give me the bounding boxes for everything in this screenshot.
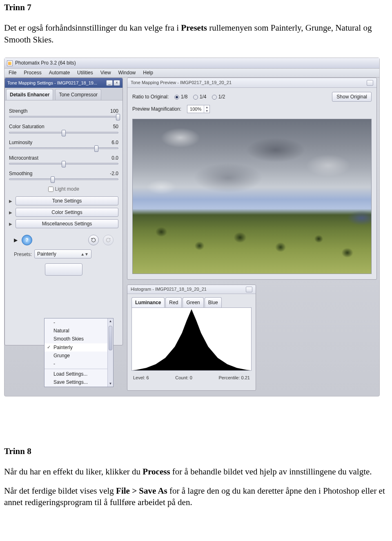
- light-mode-label: Light mode: [55, 186, 79, 192]
- preview-restore-icon[interactable]: [367, 80, 373, 86]
- preset-option-sep[interactable]: -: [45, 318, 113, 327]
- expand-icon[interactable]: ▶: [9, 210, 12, 216]
- menu-item-help[interactable]: Help: [143, 69, 153, 76]
- menu-item-utilities[interactable]: Utilities: [77, 69, 93, 76]
- expander-misc: ▶ Miscellaneous Settings: [9, 219, 118, 228]
- slider-thumb[interactable]: [51, 176, 55, 183]
- slider-track[interactable]: [9, 132, 118, 134]
- step7-heading: Trinn 7: [4, 2, 388, 13]
- expander-tone: ▶ Tone Settings: [9, 196, 118, 205]
- bold-text: File > Save As: [116, 486, 167, 496]
- show-original-button[interactable]: Show Original: [332, 92, 372, 102]
- menu-item-automate[interactable]: Automate: [49, 69, 70, 76]
- preset-option-grunge[interactable]: Grunge: [45, 352, 113, 360]
- preview-title-text: Tone Mapping Preview - IMGP0217_18_19_20…: [131, 80, 232, 86]
- slider-track[interactable]: [9, 116, 118, 118]
- menu-item-process[interactable]: Process: [24, 69, 41, 76]
- count-value: 0: [190, 375, 192, 380]
- preset-option-smooth-skies[interactable]: Smooth Skies: [45, 335, 113, 343]
- settings-body: Strength 100 Color Saturation 50 Luminos…: [5, 100, 122, 283]
- slider-label: Color Saturation: [9, 123, 45, 130]
- app-window: Photomatix Pro 3.2 (64 bits) File Proces…: [4, 58, 380, 396]
- histogram-tab-red[interactable]: Red: [165, 297, 182, 307]
- slider-track[interactable]: [9, 178, 118, 180]
- presets-dropdown[interactable]: Painterly ▲▼: [34, 249, 91, 258]
- help-icon[interactable]: ?: [22, 235, 32, 245]
- tone-settings-button[interactable]: Tone Settings: [16, 196, 118, 205]
- menu-item-window[interactable]: Window: [118, 69, 136, 76]
- expand-icon[interactable]: ▶: [9, 221, 12, 227]
- slider-value: -2.0: [110, 170, 118, 177]
- preset-option-natural[interactable]: Natural: [45, 327, 113, 335]
- slider-label: Strength: [9, 108, 27, 114]
- histogram-shape: [132, 308, 251, 370]
- scroll-thumb[interactable]: [109, 326, 112, 350]
- menu-bar: File Process Automate Utilities View Win…: [4, 69, 379, 78]
- menu-item-view[interactable]: View: [100, 69, 111, 76]
- histogram-close-icon[interactable]: [246, 287, 252, 292]
- color-settings-button[interactable]: Color Settings: [16, 208, 118, 217]
- ratio-1-4-label: 1/4: [200, 94, 207, 100]
- redo-icon[interactable]: [103, 235, 114, 245]
- ratio-1-2[interactable]: [212, 95, 217, 100]
- slider-thumb[interactable]: [94, 145, 98, 152]
- histogram-tab-luminance[interactable]: Luminance: [131, 297, 165, 307]
- preview-controls: Ratio to Original: 1/8 1/4 1/2 Show Orig…: [127, 88, 376, 116]
- close-icon[interactable]: ×: [114, 80, 120, 86]
- step7-paragraph: Det er også forhåndsinnstillinger du kan…: [4, 22, 388, 45]
- histogram-panel: Histogram - IMGP0217_18_19_20_21 Luminan…: [127, 285, 256, 391]
- slider-color-saturation: Color Saturation 50: [9, 123, 118, 133]
- bold-text: Presets: [181, 23, 207, 33]
- expand-icon[interactable]: ▶: [14, 237, 18, 243]
- magnification-spinner[interactable]: 100% ▲▼: [187, 105, 210, 113]
- ratio-1-8[interactable]: [174, 95, 179, 100]
- histogram-canvas: [131, 307, 252, 371]
- spinner-up-icon[interactable]: ▲: [204, 105, 209, 109]
- ratio-1-8-label: 1/8: [181, 94, 188, 100]
- step8-heading: Trinn 8: [4, 445, 388, 457]
- level-value: 6: [146, 375, 149, 380]
- slider-track[interactable]: [9, 147, 118, 149]
- menu-item-file[interactable]: File: [9, 69, 16, 76]
- histogram-tab-green[interactable]: Green: [183, 297, 203, 307]
- slider-thumb[interactable]: [116, 114, 120, 120]
- slider-smoothing: Smoothing -2.0: [9, 170, 118, 180]
- window-titlebar: Photomatix Pro 3.2 (64 bits): [4, 58, 379, 69]
- settings-panel-title-text: Tone Mapping Settings - IMGP0217_18_19..…: [7, 80, 97, 86]
- count-label: Count:: [175, 375, 188, 380]
- histogram-tab-blue[interactable]: Blue: [205, 297, 222, 307]
- preview-panel: Tone Mapping Preview - IMGP0217_18_19_20…: [127, 78, 377, 280]
- undo-icon[interactable]: [88, 235, 99, 245]
- percentile-label: Percentile:: [219, 375, 240, 380]
- misc-settings-button[interactable]: Miscellaneous Settings: [16, 219, 118, 228]
- slider-thumb[interactable]: [62, 130, 66, 136]
- magnification-label: Preview Magnification:: [132, 106, 181, 112]
- scroll-up-icon[interactable]: ▲: [108, 318, 113, 324]
- slider-value: 6.0: [111, 139, 118, 146]
- dropdown-arrow-icon: ▲▼: [80, 252, 89, 257]
- slider-thumb[interactable]: [62, 161, 66, 167]
- preset-option-load[interactable]: Load Settings...: [45, 369, 113, 378]
- slider-microcontrast: Microcontrast 0.0: [9, 155, 118, 165]
- ratio-1-4[interactable]: [193, 95, 198, 100]
- step8-paragraph1: Når du har en effekt du liker, klikker d…: [4, 466, 388, 477]
- preset-option-sep2[interactable]: -: [45, 360, 113, 368]
- preset-option-save[interactable]: Save Settings...: [45, 378, 113, 386]
- magnification-value: 100%: [187, 106, 204, 112]
- settings-panel: Tone Mapping Settings - IMGP0217_18_19..…: [4, 78, 123, 345]
- presets-label: Presets:: [14, 249, 32, 258]
- slider-strength: Strength 100: [9, 108, 118, 118]
- tab-tone-compressor[interactable]: Tone Compressor: [55, 89, 101, 100]
- expand-icon[interactable]: ▶: [9, 198, 12, 204]
- preset-option-painterly[interactable]: Painterly: [45, 343, 113, 352]
- dropdown-scrollbar[interactable]: ▲ ▼: [107, 318, 113, 387]
- minimize-icon[interactable]: _: [106, 80, 113, 86]
- presets-dropdown-menu: - Natural Smooth Skies Painterly Grunge …: [44, 318, 114, 387]
- spinner-down-icon[interactable]: ▼: [204, 109, 209, 113]
- slider-track[interactable]: [9, 163, 118, 165]
- scroll-down-icon[interactable]: ▼: [108, 381, 113, 387]
- light-mode-checkbox[interactable]: [48, 187, 53, 192]
- tab-details-enhancer[interactable]: Details Enhancer: [6, 89, 53, 100]
- process-button[interactable]: [45, 263, 82, 276]
- bold-text: Process: [143, 467, 170, 476]
